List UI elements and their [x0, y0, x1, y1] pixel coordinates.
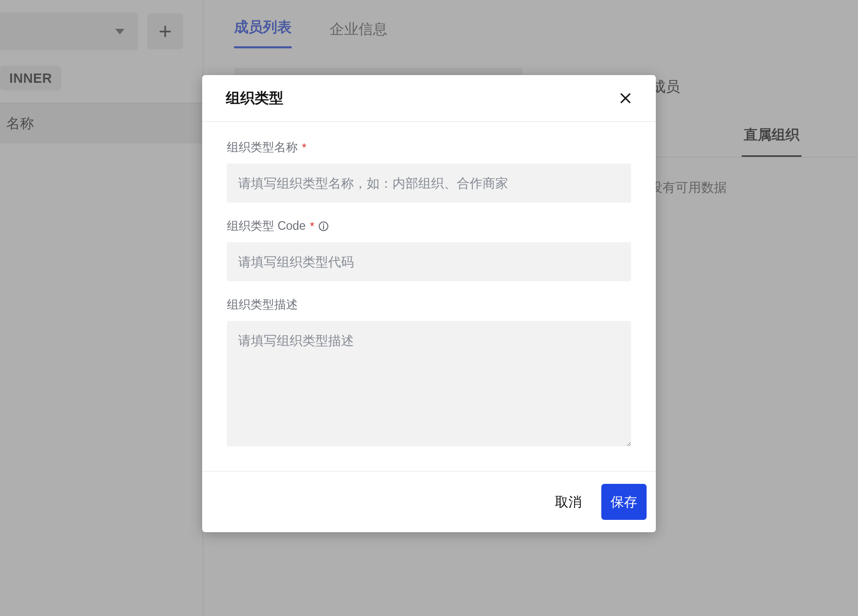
form-group-desc: 组织类型描述 — [227, 297, 631, 448]
required-star-icon: * — [310, 220, 314, 233]
info-icon[interactable] — [318, 221, 329, 231]
desc-textarea[interactable] — [227, 321, 631, 446]
label-code-text: 组织类型 Code — [227, 218, 306, 234]
form-group-code: 组织类型 Code * — [227, 218, 631, 281]
label-code: 组织类型 Code * — [227, 218, 631, 234]
label-desc-text: 组织类型描述 — [227, 297, 298, 313]
form-group-name: 组织类型名称 * — [227, 139, 631, 203]
label-name: 组织类型名称 * — [227, 139, 631, 155]
modal-overlay[interactable]: 组织类型 组织类型名称 * 组织类型 Code * — [0, 0, 858, 616]
close-icon — [620, 93, 631, 104]
modal-header: 组织类型 — [202, 75, 656, 122]
modal-title: 组织类型 — [226, 88, 283, 108]
cancel-button[interactable]: 取消 — [546, 484, 591, 520]
modal-body: 组织类型名称 * 组织类型 Code * 组织类型描述 — [202, 122, 656, 471]
label-desc: 组织类型描述 — [227, 297, 631, 313]
modal-footer: 取消 保存 — [202, 471, 656, 532]
required-star-icon: * — [302, 141, 307, 154]
save-button[interactable]: 保存 — [601, 484, 647, 520]
close-button[interactable] — [617, 89, 634, 107]
org-type-modal: 组织类型 组织类型名称 * 组织类型 Code * — [202, 75, 656, 532]
label-name-text: 组织类型名称 — [227, 139, 298, 155]
code-input[interactable] — [227, 242, 631, 281]
name-input[interactable] — [227, 164, 631, 203]
